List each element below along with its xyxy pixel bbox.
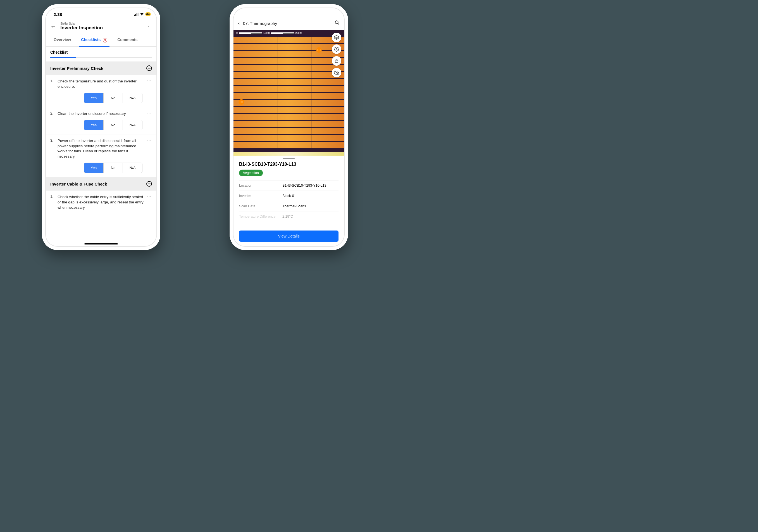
detail-key: Location bbox=[239, 184, 282, 188]
option-no[interactable]: No bbox=[104, 163, 123, 173]
back-arrow-icon[interactable]: ← bbox=[50, 23, 56, 30]
detail-val: B1-I3-SCB10-T293-Y10-L13 bbox=[282, 184, 327, 188]
page-header: ‹ 07. Thermography bbox=[233, 17, 344, 30]
thermal-rows bbox=[233, 30, 344, 156]
option-na[interactable]: N/A bbox=[123, 163, 142, 173]
asset-id: B1-I3-SCB10-T293-Y10-L13 bbox=[239, 162, 338, 167]
svg-point-7 bbox=[336, 49, 337, 50]
detail-key: Temperature Difference bbox=[239, 215, 282, 219]
svg-point-4 bbox=[335, 21, 338, 24]
item-menu-icon[interactable]: ⋮ bbox=[146, 138, 152, 160]
signal-icon bbox=[134, 13, 139, 16]
scale-far: 200 ft bbox=[295, 32, 302, 34]
detail-val: Thermal-Scans bbox=[282, 204, 306, 208]
cloud-off-icon[interactable] bbox=[332, 68, 341, 77]
page-title: Inverter Inspection bbox=[60, 25, 145, 31]
svg-rect-3 bbox=[138, 13, 139, 16]
option-yes[interactable]: Yes bbox=[84, 93, 104, 103]
item-text: Check the temperature and dust off the i… bbox=[57, 79, 144, 89]
section-title: Inverter Cable & Fuse Check bbox=[50, 182, 107, 186]
view-details-button[interactable]: View Details bbox=[239, 231, 338, 242]
option-no[interactable]: No bbox=[104, 93, 123, 103]
section-header-cable-fuse[interactable]: Inverter Cable & Fuse Check bbox=[46, 177, 156, 191]
wifi-icon bbox=[140, 13, 144, 16]
item-number: 1. bbox=[50, 79, 55, 89]
status-time: 2:38 bbox=[53, 12, 62, 17]
svg-rect-0 bbox=[134, 15, 135, 16]
tab-comments[interactable]: Comments bbox=[112, 34, 142, 46]
phone-left: 2:38 64 ← Stellar Solar Inverter Inspect… bbox=[42, 4, 160, 250]
home-indicator[interactable] bbox=[84, 243, 118, 244]
item-menu-icon[interactable]: ⋮ bbox=[146, 79, 152, 89]
svg-rect-1 bbox=[135, 14, 136, 16]
map-controls bbox=[332, 33, 341, 77]
page-header: ← Stellar Solar Inverter Inspection ⋮ bbox=[46, 20, 156, 34]
svg-rect-8 bbox=[335, 61, 338, 63]
notch bbox=[78, 8, 124, 16]
detail-val: 2.19°C bbox=[282, 215, 293, 219]
battery-level: 64 bbox=[145, 12, 151, 16]
svg-line-5 bbox=[338, 23, 339, 24]
collapse-icon[interactable] bbox=[146, 181, 152, 187]
item-text: Clean the inverter enclosure if necessar… bbox=[57, 111, 144, 117]
option-yes[interactable]: Yes bbox=[84, 163, 104, 173]
detail-row: Location B1-I3-SCB10-T293-Y10-L13 bbox=[239, 180, 338, 191]
lock-icon[interactable] bbox=[332, 56, 341, 66]
checklist-item: 2. Clean the inverter enclosure if neces… bbox=[46, 107, 156, 134]
screen-left: 2:38 64 ← Stellar Solar Inverter Inspect… bbox=[46, 8, 156, 246]
svg-rect-2 bbox=[137, 13, 137, 16]
map-marker[interactable]: ⋯ bbox=[316, 47, 322, 53]
layers-icon[interactable] bbox=[332, 33, 341, 42]
checklist-item: 3. Power off the inverter and disconnect… bbox=[46, 134, 156, 177]
item-menu-icon[interactable]: ⋮ bbox=[146, 195, 152, 210]
item-text: Check whether the cable entry is suffici… bbox=[57, 195, 144, 210]
svg-line-9 bbox=[334, 71, 338, 75]
detail-val: Block-01 bbox=[282, 194, 296, 198]
item-number: 3. bbox=[50, 138, 55, 160]
section-title: Inverter Preliminary Check bbox=[50, 66, 103, 71]
svg-marker-6 bbox=[334, 35, 339, 38]
thermal-map[interactable]: 0 100 ft 200 ft ⋯ ⋯ bbox=[233, 30, 344, 156]
progress-bar bbox=[50, 57, 152, 58]
section-header-preliminary[interactable]: Inverter Preliminary Check bbox=[46, 61, 156, 75]
scale-bar: 0 100 ft 200 ft bbox=[236, 32, 302, 34]
search-icon[interactable] bbox=[334, 20, 340, 26]
detail-panel: B1-I3-SCB10-T293-Y10-L13 Vegetation Loca… bbox=[233, 162, 344, 222]
segmented-control: Yes No N/A bbox=[84, 162, 142, 173]
org-name: Stellar Solar bbox=[60, 22, 145, 25]
option-no[interactable]: No bbox=[104, 120, 123, 130]
option-na[interactable]: N/A bbox=[123, 93, 142, 103]
screen-right: ‹ 07. Thermography 0 100 ft 200 ft bbox=[233, 8, 344, 246]
tab-checklists[interactable]: Checklists 9 bbox=[76, 34, 112, 46]
drag-handle[interactable] bbox=[283, 158, 295, 159]
item-number: 2. bbox=[50, 111, 55, 117]
collapse-icon[interactable] bbox=[146, 65, 152, 71]
map-marker[interactable]: ⋯ bbox=[238, 99, 244, 105]
progress-label: Checklist bbox=[50, 50, 152, 54]
scale-segments bbox=[271, 32, 294, 34]
tab-checklists-label: Checklists bbox=[81, 37, 101, 42]
option-na[interactable]: N/A bbox=[123, 120, 142, 130]
tab-overview[interactable]: Overview bbox=[49, 34, 76, 46]
checklist-item: 1. Check whether the cable entry is suff… bbox=[46, 191, 156, 214]
progress-fill bbox=[50, 57, 76, 58]
page-title: 07. Thermography bbox=[243, 21, 331, 26]
item-number: 1. bbox=[50, 195, 55, 210]
segmented-control: Yes No N/A bbox=[84, 120, 142, 130]
item-menu-icon[interactable]: ⋮ bbox=[146, 111, 152, 117]
detail-row: Scan Date Thermal-Scans bbox=[239, 201, 338, 211]
tabs: Overview Checklists 9 Comments bbox=[46, 34, 156, 47]
detail-row: Inverter Block-01 bbox=[239, 191, 338, 201]
status-badge: Vegetation bbox=[239, 170, 263, 176]
gear-icon[interactable] bbox=[332, 45, 341, 54]
notch bbox=[266, 8, 312, 16]
header-titles: Stellar Solar Inverter Inspection bbox=[60, 22, 145, 31]
checklist-progress: Checklist bbox=[46, 47, 156, 61]
checklist-item: 1. Check the temperature and dust off th… bbox=[46, 75, 156, 107]
back-chevron-icon[interactable]: ‹ bbox=[238, 20, 240, 26]
phone-right: ‹ 07. Thermography 0 100 ft 200 ft bbox=[229, 4, 348, 250]
detail-key: Scan Date bbox=[239, 204, 282, 208]
segmented-control: Yes No N/A bbox=[84, 93, 142, 103]
option-yes[interactable]: Yes bbox=[84, 120, 104, 130]
more-menu-icon[interactable]: ⋮ bbox=[149, 23, 152, 30]
